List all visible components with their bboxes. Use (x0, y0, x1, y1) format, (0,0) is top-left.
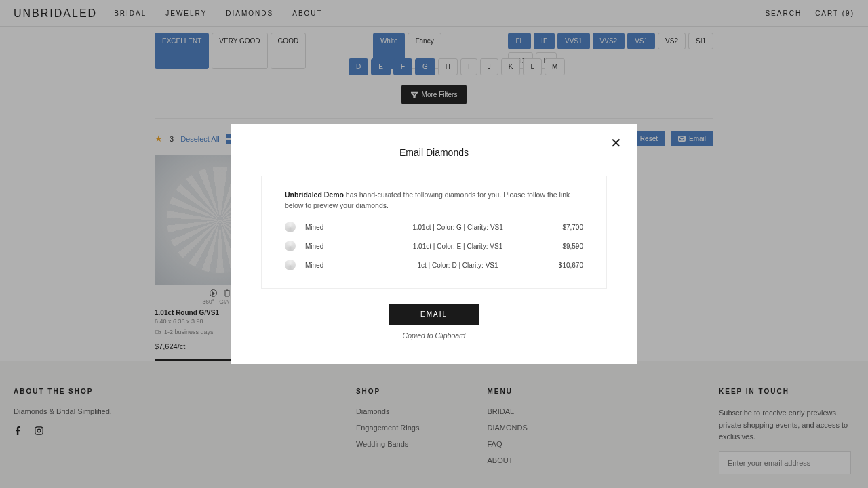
preview-lead-strong: Unbridaled Demo (285, 190, 344, 199)
row-type: Mined (305, 224, 380, 231)
modal-title: Email Diamonds (261, 147, 607, 158)
row-price: $9,590 (536, 243, 583, 250)
preview-lead: Unbridaled Demo has hand-curated the fol… (285, 190, 583, 211)
email-preview-box: Unbridaled Demo has hand-curated the fol… (261, 176, 607, 289)
row-type: Mined (305, 243, 380, 250)
row-type: Mined (305, 262, 380, 269)
row-price: $7,700 (536, 224, 583, 231)
close-icon[interactable]: ✕ (610, 136, 622, 150)
row-price: $10,670 (536, 262, 583, 269)
diamond-thumb (285, 241, 296, 251)
row-specs: 1.01ct | Color: E | Clarity: VS1 (380, 243, 536, 250)
preview-row: Mined 1ct | Color: D | Clarity: VS1 $10,… (285, 256, 583, 274)
preview-row: Mined 1.01ct | Color: G | Clarity: VS1 $… (285, 218, 583, 237)
diamond-thumb (285, 260, 296, 270)
email-diamonds-modal: ✕ Email Diamonds Unbridaled Demo has han… (231, 124, 637, 365)
preview-row: Mined 1.01ct | Color: E | Clarity: VS1 $… (285, 237, 583, 256)
send-email-button[interactable]: EMAIL (389, 304, 479, 325)
modal-overlay[interactable]: ✕ Email Diamonds Unbridaled Demo has han… (0, 0, 868, 488)
diamond-thumb (285, 222, 296, 232)
row-specs: 1ct | Color: D | Clarity: VS1 (380, 262, 536, 269)
copied-to-clipboard-link[interactable]: Copied to Clipboard (403, 331, 466, 342)
row-specs: 1.01ct | Color: G | Clarity: VS1 (380, 224, 536, 231)
